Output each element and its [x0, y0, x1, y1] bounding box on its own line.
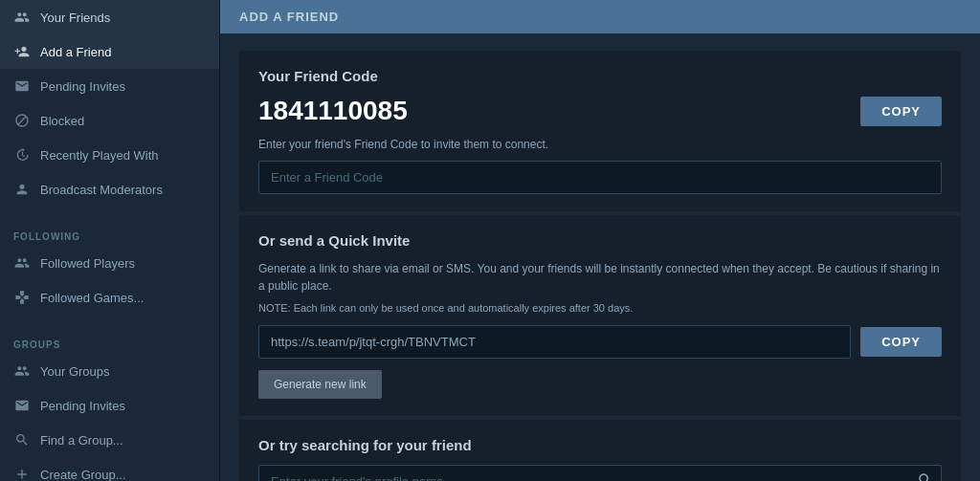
- quick-invite-link-row: https://s.team/p/jtqt-crgh/TBNVTMCT COPY: [258, 325, 942, 359]
- quick-invite-link: https://s.team/p/jtqt-crgh/TBNVTMCT: [258, 325, 851, 359]
- sidebar-item-recently-played[interactable]: Recently Played With: [0, 138, 219, 172]
- copy-invite-link-button[interactable]: COPY: [860, 327, 942, 357]
- controller-icon: [13, 289, 31, 306]
- sidebar-item-label: Your Friends: [40, 11, 110, 25]
- search-friend-title: Or try searching for your friend: [258, 437, 942, 453]
- friend-code-title: Your Friend Code: [258, 68, 942, 84]
- sidebar-item-create-group[interactable]: Create Group...: [0, 457, 219, 481]
- add-friend-icon: [13, 43, 31, 60]
- sidebar-item-label: Pending Invites: [40, 79, 125, 94]
- envelope-icon: [13, 77, 31, 95]
- blocked-icon: [13, 112, 31, 129]
- sidebar-item-add-friend[interactable]: Add a Friend: [0, 34, 219, 69]
- copy-friend-code-button[interactable]: COPY: [860, 97, 942, 126]
- friend-code-section: Your Friend Code 1841110085 COPY Enter y…: [239, 51, 961, 211]
- search-icon-button[interactable]: [917, 471, 934, 482]
- main-content: ADD A FRIEND Your Friend Code 1841110085…: [220, 0, 980, 481]
- sidebar-item-label: Pending Invites: [40, 399, 125, 413]
- search-input-wrap: [258, 465, 942, 481]
- clock-icon: [13, 146, 31, 164]
- quick-invite-note: NOTE: Each link can only be used once an…: [258, 302, 942, 314]
- sidebar-item-your-groups[interactable]: Your Groups: [0, 354, 219, 388]
- sidebar-item-label: Followed Players: [40, 256, 135, 271]
- sidebar-item-pending-invites-groups[interactable]: Pending Invites: [0, 388, 219, 423]
- quick-invite-title: Or send a Quick Invite: [258, 232, 942, 249]
- groups-section-label: GROUPS: [0, 326, 219, 354]
- sidebar: Your Friends Add a Friend Pending Invite…: [0, 0, 220, 481]
- groups-icon: [13, 362, 31, 380]
- generate-new-link-button[interactable]: Generate new link: [258, 370, 382, 399]
- sidebar-item-followed-games[interactable]: Followed Games...: [0, 280, 219, 315]
- sidebar-item-pending-invites[interactable]: Pending Invites: [0, 69, 219, 103]
- friend-code-input[interactable]: [258, 161, 942, 194]
- sidebar-item-label: Blocked: [40, 114, 84, 128]
- sidebar-item-find-group[interactable]: Find a Group...: [0, 423, 219, 457]
- sidebar-item-label: Broadcast Moderators: [40, 183, 163, 197]
- sidebar-item-label: Add a Friend: [40, 45, 111, 59]
- sidebar-item-label: Find a Group...: [40, 433, 123, 448]
- sidebar-item-label: Recently Played With: [40, 148, 159, 163]
- envelope2-icon: [13, 397, 31, 414]
- search-friend-section: Or try searching for your friend: [239, 420, 961, 481]
- followed-players-icon: [13, 254, 31, 272]
- quick-invite-description: Generate a link to share via email or SM…: [258, 260, 942, 295]
- plus-icon: [13, 466, 31, 481]
- sidebar-item-label: Your Groups: [40, 364, 110, 379]
- sidebar-item-broadcast-moderators[interactable]: Broadcast Moderators: [0, 172, 219, 207]
- sidebar-item-followed-players[interactable]: Followed Players: [0, 246, 219, 280]
- search-friend-input[interactable]: [258, 465, 942, 481]
- person-icon: [13, 181, 31, 198]
- friend-code-value: 1841110085: [258, 96, 849, 126]
- search2-icon: [13, 431, 31, 448]
- sidebar-item-blocked[interactable]: Blocked: [0, 103, 219, 138]
- page-header: ADD A FRIEND: [220, 0, 980, 33]
- quick-invite-section: Or send a Quick Invite Generate a link t…: [239, 215, 961, 416]
- friend-code-row: 1841110085 COPY: [258, 96, 942, 126]
- sidebar-item-your-friends[interactable]: Your Friends: [0, 0, 219, 34]
- friend-code-hint: Enter your friend's Friend Code to invit…: [258, 138, 942, 151]
- following-section-label: FOLLOWING: [0, 218, 219, 246]
- content-area: Your Friend Code 1841110085 COPY Enter y…: [220, 33, 980, 481]
- sidebar-item-label: Create Group...: [40, 468, 126, 482]
- friends-icon: [13, 9, 31, 26]
- sidebar-item-label: Followed Games...: [40, 291, 144, 305]
